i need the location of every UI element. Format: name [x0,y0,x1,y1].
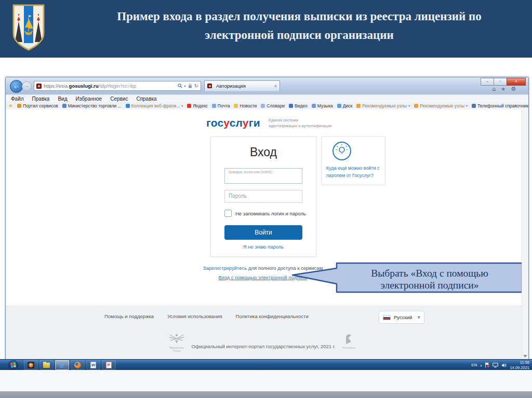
favorites-item-label: Видео [295,103,308,108]
favorites-item-label: Телефонный справочник [477,103,528,108]
tab-favicon [207,84,212,88]
browser-chrome: – ▫ × ← → https://esia.gosuslugi.ru/idp/… [6,77,528,94]
favorites-item[interactable]: Портал сервисов [17,103,58,108]
favorites-item-label: Почта [218,103,230,108]
home-icon[interactable]: ⌂ [492,86,496,92]
footer-link[interactable]: Помощь и поддержка [104,313,154,319]
menu-item[interactable]: Справка [136,96,156,102]
dropdown-caret-icon[interactable]: ▾ [181,104,183,107]
close-button[interactable]: × [507,78,526,86]
hint-card[interactable]: Куда ещё можно войти с паролем от Госусл… [321,136,385,185]
tab-close-icon[interactable]: × [274,84,277,89]
ie-star-icon [356,104,361,108]
firefox-taskbar-button[interactable] [71,360,85,370]
rostelecom-icon [344,333,353,345]
menu-item[interactable]: Избранное [75,96,102,102]
refresh-icon[interactable]: ↻ [194,83,198,89]
favorites-item-label: Министерство торговли ... [68,103,122,108]
forward-button[interactable]: → [22,81,32,91]
file-manager-taskbar-button[interactable] [39,360,54,370]
favorites-item[interactable]: Почта [212,103,230,108]
dropdown-caret-icon[interactable]: ▾ [466,104,468,107]
internet-explorer-taskbar-button[interactable] [55,360,69,370]
menu-item[interactable]: Вид [58,96,67,102]
favorites-star-icon[interactable]: ★ [501,86,506,92]
address-bar[interactable]: https://esia.gosuslugi.ru/idp/rlogin?cc=… [34,81,201,91]
favorites-item[interactable]: Рекомендуемые узлы▾ [414,103,468,108]
password-input[interactable]: Пароль [224,190,302,203]
favorites-item[interactable]: Диск [337,103,352,108]
favorites-item[interactable]: Видео [289,103,308,108]
menu-item[interactable]: Файл [11,96,24,102]
chevron-down-icon: ▼ [418,315,420,320]
search-icon[interactable] [178,84,182,88]
network-display-icon[interactable] [493,363,498,368]
back-button[interactable]: ← [10,80,23,93]
callout-line1: Выбрать «Вход с помощью [371,268,488,279]
favorites-item-label: Новости [240,103,257,108]
esia-subtitle: Единая система идентификации и аутентифи… [269,117,331,129]
file-manager-icon [43,363,50,368]
portal-icon [17,104,21,108]
folder-icon [212,104,216,108]
remember-checkbox-label: Не запоминать логин и пароль [235,211,306,216]
internet-explorer-icon [60,361,64,370]
login-submit-button[interactable]: Войти [224,225,302,240]
star-icon[interactable]: ★ [8,103,13,108]
minimize-button[interactable]: – [481,78,494,86]
favorites-item-label: Портал сервисов [23,103,58,108]
people-icon [472,104,476,108]
favorites-item-label: Музыка [317,103,333,108]
ministry-emblem: Минкомсвязь России [168,332,185,353]
rostelecom-logo: Ростелеком [342,333,355,350]
favorites-bar: ★ Портал сервисовМинистерство торговли .… [6,102,528,110]
windows-taskbar: EN ▴ 11:55 14.09.2021 [0,359,532,370]
powerpoint-taskbar-button[interactable] [102,360,116,370]
login-input[interactable]: Телефон, почта или СНИЛС [224,168,302,184]
login-input-placeholder: Телефон, почта или СНИЛС [228,170,302,174]
site-favicon [36,84,42,89]
hidden-icons-arrow-icon[interactable]: ▴ [480,363,482,367]
favorites-item[interactable]: Министерство торговли ... [62,103,122,108]
scroll-down-arrow-icon[interactable] [523,355,527,358]
register-link[interactable]: Зарегистрируйтесь [203,265,247,271]
action-center-flag-icon[interactable] [485,362,489,368]
ministry-icon [62,104,66,108]
browser-tab-authorization[interactable]: Авторизация × [204,80,280,91]
system-tray: EN ▴ 11:55 14.09.2021 [471,360,529,370]
favorites-item[interactable]: Яндекс [187,103,208,108]
lightbulb-icon [332,141,352,161]
menu-item[interactable]: Правка [32,96,50,102]
favorites-item[interactable]: Музыка [312,103,333,108]
lock-icon [188,84,192,88]
gear-icon[interactable]: ⚙ [511,86,516,92]
callout-annotation: Выбрать «Вход с помощью электронной подп… [286,260,525,296]
speaker-icon[interactable] [501,363,507,368]
language-indicator[interactable]: EN [471,363,477,367]
password-placeholder: Пароль [229,193,302,199]
forgot-password-link[interactable]: Я не знаю пароль [211,244,316,250]
maximize-button[interactable]: ▫ [494,78,507,86]
favorites-item[interactable]: Рекомендуемые узлы▾ [356,103,410,108]
footer-link[interactable]: Условия использования [167,313,222,319]
remember-checkbox[interactable] [224,210,232,217]
login-title: Вход [211,145,316,159]
taskbar-clock[interactable]: 11:55 14.09.2021 [510,360,529,370]
language-selector[interactable]: Русский ▼ [379,311,424,324]
media-player-taskbar-button[interactable] [24,360,38,370]
favorites-item[interactable]: Коллекция веб-фрагм...▾ [126,103,183,108]
slide-title: Пример входа в раздел получения выписки … [78,7,521,44]
start-button[interactable] [8,360,18,370]
login-card: Вход Телефон, почта или СНИЛС Пароль Не … [210,136,316,257]
favorites-item[interactable]: Телефонный справочник [472,103,528,108]
menu-item[interactable]: Сервис [110,96,128,102]
search-dropdown-caret-icon[interactable]: ▾ [184,84,186,88]
favorites-item[interactable]: Новости [234,103,257,108]
word-taskbar-button[interactable] [86,360,100,370]
dropdown-caret-icon[interactable]: ▾ [408,104,410,107]
favorites-item[interactable]: Словари [261,103,285,108]
footer-link[interactable]: Политика конфиденциальности [236,313,309,319]
address-bar-icons: ▾ ↻ [178,83,198,89]
scrollbar[interactable] [522,109,528,360]
video-icon [289,104,293,108]
